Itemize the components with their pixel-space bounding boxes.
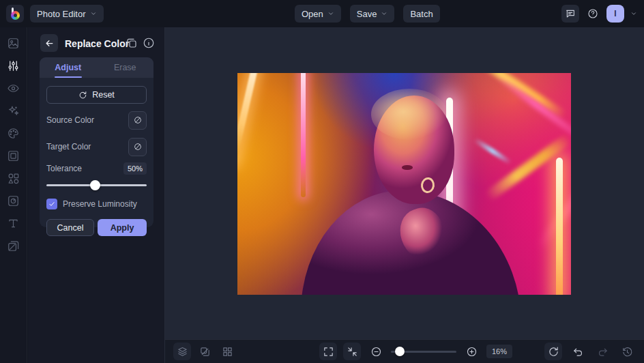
reset-icon xyxy=(78,91,87,100)
refresh-button[interactable] xyxy=(544,343,562,360)
sidebar-item-adjust[interactable] xyxy=(7,59,20,72)
history-tools xyxy=(544,343,636,360)
layers-button[interactable] xyxy=(173,343,191,360)
tolerance-label: Tolerance xyxy=(46,164,82,173)
product-menu-label: Photo Editor xyxy=(37,9,86,19)
sidebar-item-artsy[interactable] xyxy=(7,127,20,140)
zoom-level-value[interactable]: 16% xyxy=(486,345,512,358)
text-icon xyxy=(7,217,20,230)
refresh-icon xyxy=(548,346,559,358)
apply-button[interactable]: Apply xyxy=(98,219,147,236)
plus-circle-icon xyxy=(466,346,478,358)
photo-subject-hair xyxy=(371,89,448,140)
bottom-toolbar: 16% xyxy=(165,339,644,363)
frame-icon xyxy=(7,149,20,162)
account-avatar[interactable]: I xyxy=(606,5,624,23)
zoom-slider[interactable] xyxy=(391,347,456,356)
chevron-down-icon xyxy=(90,10,97,17)
sparkles-icon xyxy=(7,104,20,117)
sidebar-item-image[interactable] xyxy=(7,37,20,50)
replace-color-card: Adjust Erase Reset Source Color xyxy=(40,57,153,227)
target-color-row: Target Color xyxy=(46,136,147,157)
canvas-resize-button[interactable] xyxy=(196,343,214,360)
open-button[interactable]: Open xyxy=(295,5,341,23)
sidebar-item-frames[interactable] xyxy=(7,149,20,162)
avatar-initial: I xyxy=(614,9,616,18)
sidebar-item-graphics[interactable] xyxy=(7,172,20,185)
chevron-down-icon xyxy=(381,10,387,17)
feedback-button[interactable] xyxy=(561,5,579,23)
fullscreen-icon xyxy=(323,346,334,358)
texture-icon xyxy=(7,194,20,207)
sidebar-item-text[interactable] xyxy=(7,217,20,230)
fullscreen-button[interactable] xyxy=(319,343,337,360)
product-menu-button[interactable]: Photo Editor xyxy=(30,5,104,23)
templates-button[interactable] xyxy=(218,343,236,360)
batch-label: Batch xyxy=(410,9,433,19)
redo-button[interactable] xyxy=(594,343,611,360)
preserve-luminosity-checkbox[interactable] xyxy=(46,199,57,209)
adjust-sliders-icon xyxy=(7,59,20,72)
tab-erase-label: Erase xyxy=(114,63,136,72)
tab-adjust-label: Adjust xyxy=(55,63,81,72)
sidebar-item-textures[interactable] xyxy=(7,239,20,252)
photo-neon-tube xyxy=(556,158,563,295)
info-icon xyxy=(143,37,155,49)
tolerance-row: Tolerance 50% xyxy=(46,162,147,175)
tab-adjust[interactable]: Adjust xyxy=(40,57,97,78)
fit-screen-icon xyxy=(347,346,358,358)
no-color-icon xyxy=(133,142,143,151)
panel-title: Replace Color xyxy=(65,38,129,49)
source-color-row: Source Color xyxy=(46,110,147,130)
target-color-picker[interactable] xyxy=(128,138,147,156)
photo-image[interactable] xyxy=(237,73,571,295)
tolerance-slider-thumb[interactable] xyxy=(90,180,100,190)
undo-button[interactable] xyxy=(569,343,587,360)
back-button[interactable] xyxy=(40,34,58,52)
zoom-slider-thumb[interactable] xyxy=(395,347,405,356)
batch-button[interactable]: Batch xyxy=(403,5,439,23)
eye-icon xyxy=(7,82,20,95)
account-chevron-down-icon[interactable] xyxy=(630,10,637,17)
app-logo[interactable] xyxy=(6,5,24,23)
photo-editor-app: Photo Editor Open Save Batch xyxy=(0,0,644,363)
cancel-button[interactable]: Cancel xyxy=(46,219,94,236)
top-bar: Photo Editor Open Save Batch xyxy=(0,0,644,27)
target-color-label: Target Color xyxy=(46,142,91,151)
save-button[interactable]: Save xyxy=(350,5,395,23)
help-button[interactable] xyxy=(585,6,600,21)
zoom-out-button[interactable] xyxy=(367,343,385,360)
fit-to-screen-button[interactable] xyxy=(343,343,361,360)
editor-canvas[interactable] xyxy=(165,27,644,339)
minus-circle-icon xyxy=(370,346,382,358)
file-actions: Open Save Batch xyxy=(295,5,440,23)
tool-sidebar xyxy=(0,27,27,363)
sidebar-item-touchup[interactable] xyxy=(7,82,20,95)
source-color-picker[interactable] xyxy=(128,111,147,130)
reset-label: Reset xyxy=(92,90,115,100)
arrow-left-icon xyxy=(44,38,55,48)
copy-icon xyxy=(126,37,138,49)
tolerance-slider[interactable] xyxy=(46,180,147,190)
tab-erase[interactable]: Erase xyxy=(97,57,154,78)
duplicate-button[interactable] xyxy=(126,37,138,49)
history-button[interactable] xyxy=(618,343,636,360)
info-button[interactable] xyxy=(143,37,155,49)
tolerance-value[interactable]: 50% xyxy=(123,162,147,175)
history-clock-icon xyxy=(621,346,633,358)
layers-icon xyxy=(177,346,188,358)
preserve-luminosity-row[interactable]: Preserve Luminosity xyxy=(46,199,147,209)
zoom-in-button[interactable] xyxy=(463,343,480,360)
shapes-icon xyxy=(7,172,20,185)
logo-color-wheel-icon xyxy=(11,11,20,20)
panel-tabs: Adjust Erase xyxy=(40,57,153,78)
resize-icon xyxy=(199,346,211,358)
source-color-label: Source Color xyxy=(46,115,94,125)
reset-button[interactable]: Reset xyxy=(46,86,147,104)
undo-icon xyxy=(572,346,584,358)
sidebar-item-overlays[interactable] xyxy=(7,194,20,207)
sidebar-item-effects[interactable] xyxy=(7,104,20,117)
redo-icon xyxy=(597,346,609,358)
comment-icon xyxy=(565,8,576,19)
check-icon xyxy=(48,201,55,207)
